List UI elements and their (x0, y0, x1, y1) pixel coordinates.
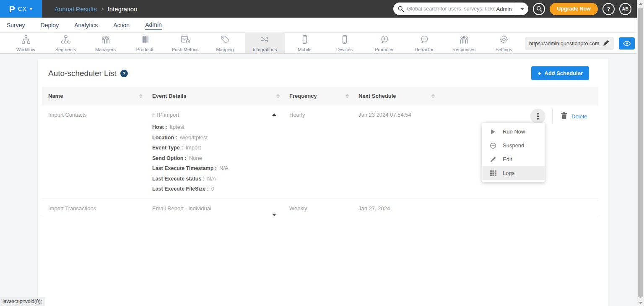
tab-analytics[interactable]: Analytics (74, 21, 98, 30)
vertical-scrollbar[interactable] (637, 0, 644, 306)
preview-button[interactable] (619, 37, 635, 50)
column-header-label: Event Details (152, 93, 187, 99)
column-header-label: Frequency (289, 93, 317, 99)
menu-item-edit[interactable]: Edit (482, 152, 545, 166)
search-input[interactable] (407, 6, 494, 12)
avatar[interactable]: AB (619, 3, 631, 15)
toolbar-item-label: Products (136, 47, 154, 52)
help-button[interactable]: ? (602, 3, 615, 15)
detail-label: Last Execute Timestamp : (152, 165, 217, 171)
detail-value: N/A (207, 175, 216, 182)
frequency-value: Weekly (283, 205, 352, 212)
expand-caret-icon[interactable] (272, 214, 276, 216)
edit-pencil-icon[interactable] (603, 39, 610, 48)
sort-icon[interactable] (345, 94, 349, 98)
tab-survey[interactable]: Survey (7, 21, 25, 30)
detail-value: ftptest (169, 124, 184, 130)
global-search[interactable]: Admin (393, 3, 528, 15)
suspend-icon (490, 142, 496, 149)
toolbar-item-settings[interactable]: Settings (484, 33, 524, 53)
search-scope-value[interactable]: Admin (495, 6, 516, 12)
toolbar-item-segments[interactable]: Segments (46, 33, 86, 53)
portal-url-value: https://admin.questionpro.com/a/cx (529, 41, 600, 47)
toolbar-item-workflow[interactable]: Workflow (6, 33, 46, 53)
menu-item-label: Suspend (503, 142, 524, 149)
menu-item-suspend[interactable]: Suspend (482, 139, 545, 152)
toolbar-item-mapping[interactable]: Mapping (205, 33, 245, 53)
page-title: Auto-scheduler List ? (48, 69, 128, 78)
eye-icon (623, 41, 631, 46)
scroll-up-arrow[interactable] (637, 0, 644, 7)
workspace-switcher[interactable]: P CX (0, 0, 42, 18)
collapse-caret-icon[interactable] (272, 113, 276, 116)
menu-item-label: Run Now (503, 128, 525, 135)
scheduler-name: Import Contacts (42, 105, 146, 199)
toolbar-item-push-metrics[interactable]: 31 Push Metrics (165, 33, 205, 53)
detail-line: Event Type :Import (152, 143, 269, 153)
search-icon (536, 6, 542, 12)
tab-action[interactable]: Action (113, 21, 130, 30)
toolbar-item-label: Integrations (253, 47, 277, 52)
link-preview-statusbar: javascript:void(0); (0, 297, 45, 306)
promoter-icon (379, 34, 390, 46)
toolbar-item-products[interactable]: Products (125, 33, 165, 53)
menu-item-run-now[interactable]: Run Now (482, 125, 545, 139)
tab-deploy[interactable]: Deploy (41, 21, 59, 30)
menu-item-label: Logs (503, 170, 514, 176)
toolbar-item-label: Responses (452, 47, 475, 52)
sort-icon[interactable] (139, 94, 143, 98)
toolbar-item-detractor[interactable]: Detractor (404, 33, 444, 53)
toolbar-item-label: Push Metrics (172, 47, 199, 52)
event-title: Email Report - individual (152, 205, 211, 212)
detail-value: Import (185, 144, 201, 151)
scrollbar-thumb[interactable] (638, 8, 643, 298)
toolbar-item-mobile[interactable]: Mobile (285, 33, 325, 53)
topbar-actions: Admin Upgrade Now ? AB (393, 3, 644, 15)
column-header-next-schedule: Next Schedule (352, 93, 438, 99)
quick-search-button[interactable] (533, 3, 545, 15)
search-scope-dropdown[interactable] (516, 3, 528, 15)
toolbar-item-promoter[interactable]: Promoter (364, 33, 404, 53)
chevron-down-icon (521, 8, 524, 10)
title-help-icon[interactable]: ? (120, 70, 128, 77)
detail-line: Location :/web/ftptest (152, 133, 269, 143)
frequency-value: Hourly (283, 105, 352, 199)
delete-button[interactable]: Delete (552, 109, 598, 124)
search-icon (398, 6, 404, 12)
detractor-icon (419, 34, 429, 46)
menu-item-logs[interactable]: Logs (482, 166, 545, 180)
mapping-icon (220, 34, 230, 46)
toolbar-item-responses[interactable]: Responses (444, 33, 484, 53)
detail-value: /web/ftptest (180, 134, 208, 141)
toolbar-item-integrations[interactable]: Integrations (245, 33, 285, 53)
add-scheduler-button[interactable]: + Add Scheduler (531, 66, 589, 80)
detail-label: Send Option : (152, 155, 187, 161)
scroll-down-arrow[interactable] (637, 299, 644, 306)
event-details-cell: Email Report - individual (146, 205, 283, 212)
add-scheduler-label: Add Scheduler (544, 70, 583, 76)
delete-cell: Delete (552, 105, 598, 199)
portal-url-field[interactable]: https://admin.questionpro.com/a/cx (525, 37, 614, 50)
detail-value: 0 (211, 186, 214, 192)
toolbar-item-label: Segments (55, 47, 76, 52)
sort-icon[interactable] (276, 94, 280, 98)
detail-label: Last Execute status : (152, 176, 205, 182)
kebab-menu-button[interactable] (530, 109, 545, 124)
toolbar-item-label: Promoter (375, 47, 394, 52)
tab-admin[interactable]: Admin (145, 20, 162, 30)
detail-label: Event Type : (152, 145, 183, 151)
detail-line: Send Option :None (152, 153, 269, 164)
svg-text:31: 31 (182, 39, 186, 42)
chevron-down-icon (29, 8, 33, 10)
row-context-menu: Run Now Suspend Edit Logs (482, 123, 545, 182)
toolbar-item-managers[interactable]: Managers (86, 33, 125, 53)
auto-scheduler-card: Auto-scheduler List ? + Add Scheduler Na… (38, 59, 608, 306)
breadcrumb-survey-link[interactable]: Annual Results (55, 5, 97, 13)
sort-icon[interactable] (431, 94, 435, 98)
upgrade-now-button[interactable]: Upgrade Now (550, 3, 598, 15)
play-icon (490, 129, 496, 134)
toolbar-item-devices[interactable]: Devices (325, 33, 364, 53)
column-header-label: Next Schedule (358, 93, 396, 99)
card-header: Auto-scheduler List ? + Add Scheduler (38, 59, 608, 87)
toolbar-right-group: https://admin.questionpro.com/a/cx (525, 37, 635, 50)
